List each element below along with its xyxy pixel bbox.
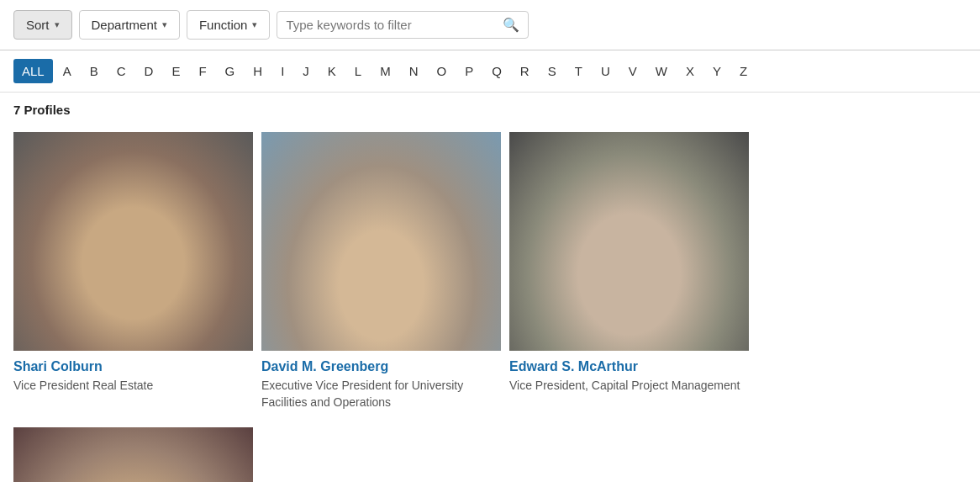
profile-photo-david-greenberg	[261, 132, 501, 351]
alpha-letter-x[interactable]: X	[677, 59, 703, 83]
function-button[interactable]: Function ▾	[187, 10, 271, 40]
alpha-letter-d[interactable]: D	[136, 59, 162, 83]
sort-caret-icon: ▾	[55, 19, 60, 30]
profile-name-shari-colburn: Shari Colburn	[13, 359, 253, 374]
department-caret-icon: ▾	[162, 19, 167, 30]
search-input[interactable]	[286, 18, 496, 32]
search-container: 🔍	[277, 11, 529, 39]
function-caret-icon: ▾	[252, 19, 257, 30]
alpha-letter-k[interactable]: K	[319, 59, 345, 83]
profile-title-shari-colburn: Vice President Real Estate	[13, 378, 253, 395]
alpha-letter-n[interactable]: N	[401, 59, 427, 83]
alpha-letter-v[interactable]: V	[620, 59, 645, 83]
profile-grid: Shari ColburnVice President Real EstateD…	[0, 124, 980, 482]
profile-card-shari-colburn[interactable]: Shari ColburnVice President Real Estate	[13, 132, 253, 410]
alpha-letter-h[interactable]: H	[245, 59, 271, 83]
search-button[interactable]: 🔍	[503, 17, 519, 33]
profile-card-edward-mcarthur[interactable]: Edward S. McArthurVice President, Capita…	[509, 132, 749, 410]
sort-label: Sort	[26, 18, 50, 32]
profile-photo-james-mcshane	[13, 427, 253, 482]
alpha-letter-q[interactable]: Q	[483, 59, 510, 83]
alpha-letter-l[interactable]: L	[346, 59, 370, 83]
department-button[interactable]: Department ▾	[79, 10, 180, 40]
profile-card-james-mcshane[interactable]: James F. McShaneVice President, Public S…	[13, 427, 253, 482]
profile-name-david-greenberg: David M. Greenberg	[261, 359, 501, 374]
alpha-letter-z[interactable]: Z	[731, 59, 756, 83]
alpha-letter-a[interactable]: A	[55, 59, 80, 83]
alpha-letter-i[interactable]: I	[272, 59, 292, 83]
alpha-letter-y[interactable]: Y	[704, 59, 730, 83]
alpha-letter-o[interactable]: O	[429, 59, 456, 83]
alpha-letter-t[interactable]: T	[566, 59, 591, 83]
alpha-letter-r[interactable]: R	[512, 59, 538, 83]
alpha-letter-j[interactable]: J	[294, 59, 318, 83]
profile-name-edward-mcarthur: Edward S. McArthur	[509, 359, 749, 374]
profile-title-david-greenberg: Executive Vice President for University …	[261, 378, 501, 410]
alpha-letter-e[interactable]: E	[163, 59, 188, 83]
alpha-letter-p[interactable]: P	[456, 59, 482, 83]
profile-card-david-greenberg[interactable]: David M. GreenbergExecutive Vice Preside…	[261, 132, 501, 410]
alpha-nav: ALLABCDEFGHIJKLMNOPQRSTUVWXYZ	[0, 50, 980, 93]
profiles-count: 7 Profiles	[0, 93, 980, 124]
alpha-letter-w[interactable]: W	[647, 59, 676, 83]
alpha-letter-b[interactable]: B	[82, 59, 107, 83]
alpha-letter-f[interactable]: F	[190, 59, 214, 83]
alpha-letter-g[interactable]: G	[217, 59, 244, 83]
alpha-letter-s[interactable]: S	[540, 59, 565, 83]
profile-photo-shari-colburn	[13, 132, 253, 351]
profile-photo-edward-mcarthur	[509, 132, 749, 351]
alpha-letter-c[interactable]: C	[108, 59, 134, 83]
alpha-letter-m[interactable]: M	[371, 59, 399, 83]
function-label: Function	[199, 18, 248, 32]
department-label: Department	[92, 18, 157, 32]
profile-title-edward-mcarthur: Vice President, Capital Project Manageme…	[509, 378, 749, 395]
alpha-letter-all[interactable]: ALL	[13, 59, 53, 83]
alpha-letter-u[interactable]: U	[593, 59, 619, 83]
sort-button[interactable]: Sort ▾	[13, 10, 72, 40]
toolbar: Sort ▾ Department ▾ Function ▾ 🔍	[0, 0, 980, 50]
